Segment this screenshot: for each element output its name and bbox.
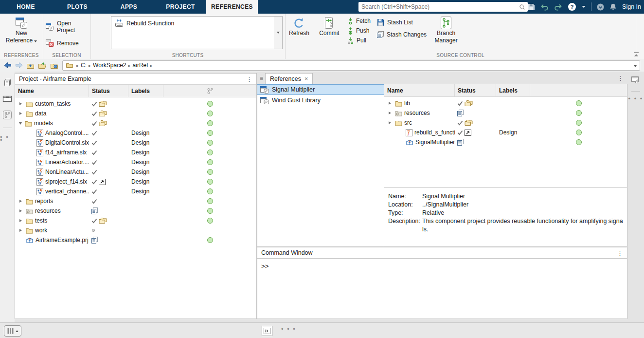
source-control-panel-icon[interactable]: [2, 110, 12, 120]
redo-icon[interactable]: [554, 3, 562, 11]
column-header-name[interactable]: Name: [15, 85, 89, 97]
panel-menu-icon[interactable]: ⋮: [617, 249, 623, 257]
forward-button[interactable]: [15, 62, 23, 69]
table-row[interactable]: reports: [15, 196, 256, 206]
table-row[interactable]: src: [384, 118, 627, 128]
command-prompt[interactable]: >>: [257, 259, 627, 270]
table-row[interactable]: work: [15, 225, 256, 235]
expand-arrow-icon[interactable]: [19, 102, 22, 105]
uptodate-status-icon: [207, 140, 213, 146]
breadcrumb-segment[interactable]: WorkSpace2: [93, 62, 126, 69]
column-header-labels[interactable]: Labels: [496, 84, 530, 96]
table-row[interactable]: models: [15, 118, 256, 128]
shortcuts-listbox[interactable]: Rebuild S-function: [111, 16, 275, 49]
breadcrumb[interactable]: ▸C:▸WorkSpace2▸airRef▸: [62, 60, 640, 71]
search-input[interactable]: [358, 3, 519, 10]
quick-access-dropdown-icon[interactable]: [597, 3, 604, 11]
help-dropdown-icon[interactable]: [582, 6, 586, 8]
command-window[interactable]: >>: [257, 259, 627, 319]
table-row[interactable]: AnalogControl....Design: [15, 128, 256, 138]
table-row[interactable]: slproject_f14.slxDesign: [15, 177, 256, 187]
new-reference-button[interactable]: New Reference: [0, 14, 43, 44]
table-row[interactable]: vertical_channe...Design: [15, 187, 256, 196]
git-status-cell: [163, 237, 256, 243]
table-row[interactable]: data: [15, 109, 256, 118]
ribbon-tab-references[interactable]: REFERENCES: [206, 0, 258, 14]
column-header-labels[interactable]: Labels: [128, 85, 163, 97]
stash-list-button[interactable]: Stash List: [376, 19, 427, 26]
command-window-popout-button[interactable]: [262, 326, 272, 336]
column-header-status[interactable]: Status: [455, 84, 496, 96]
document-menu-icon[interactable]: ⋮: [617, 75, 624, 82]
table-row[interactable]: custom_tasks: [15, 99, 256, 109]
more-panels-icon[interactable]: • • •: [628, 97, 644, 100]
shortcuts-gallery-dropdown[interactable]: [274, 16, 283, 49]
project-panel-icon[interactable]: [2, 94, 12, 102]
pull-button[interactable]: Pull: [347, 37, 371, 44]
table-row[interactable]: resources: [15, 206, 256, 216]
back-button[interactable]: [4, 62, 12, 69]
undo-icon[interactable]: [540, 3, 549, 11]
table-row[interactable]: resources: [384, 108, 627, 118]
expand-arrow-icon[interactable]: [19, 229, 22, 232]
breadcrumb-segment[interactable]: airRef: [133, 62, 148, 69]
panel-menu-icon[interactable]: ⋮: [246, 75, 252, 83]
status-bar: • • •: [0, 322, 644, 338]
column-header-name[interactable]: Name: [384, 84, 455, 96]
open-folder-icon[interactable]: [38, 62, 47, 69]
breadcrumb-segment[interactable]: C:: [81, 62, 87, 69]
expand-arrow-icon[interactable]: [389, 102, 391, 105]
breadcrumb-dropdown-icon[interactable]: [634, 62, 637, 69]
slx-icon: [36, 178, 43, 186]
expand-arrow-icon[interactable]: [19, 209, 22, 212]
refresh-button[interactable]: Refresh: [287, 14, 311, 37]
ribbon-tab-project[interactable]: PROJECT: [155, 0, 206, 14]
shortcut-rebuild-s-function[interactable]: Rebuild S-function: [111, 17, 274, 30]
table-row[interactable]: NonLinearActu...Design: [15, 167, 256, 177]
expand-arrow-icon[interactable]: [389, 112, 391, 114]
ribbon-tab-home[interactable]: HOME: [0, 0, 52, 14]
sign-in-button[interactable]: Sign In: [622, 3, 641, 10]
expand-arrow-icon[interactable]: [389, 121, 391, 124]
collapse-arrow-icon[interactable]: [19, 122, 22, 125]
commit-button[interactable]: Commit: [317, 14, 341, 37]
table-row[interactable]: tests: [15, 216, 256, 225]
layout-button[interactable]: [4, 325, 21, 337]
column-header-git[interactable]: [163, 85, 256, 97]
push-button[interactable]: Push: [347, 27, 371, 35]
expand-arrow-icon[interactable]: [19, 112, 22, 115]
table-row[interactable]: frebuild_s_function...Design: [384, 128, 627, 137]
browse-folder-icon[interactable]: [50, 62, 58, 69]
ribbon-tab-plots[interactable]: PLOTS: [52, 0, 103, 14]
table-row[interactable]: f14_airframe.slxDesign: [15, 148, 256, 157]
table-row[interactable]: SignalMultiplier.prj: [384, 137, 627, 147]
table-row[interactable]: lib: [384, 98, 627, 108]
reference-item[interactable]: Wind Gust Library: [257, 95, 384, 106]
more-tools-icon[interactable]: • • •: [281, 328, 296, 331]
up-one-level-icon[interactable]: [26, 62, 35, 69]
table-row[interactable]: DigitalControl.slxDesign: [15, 138, 256, 148]
expand-arrow-icon[interactable]: [19, 219, 22, 222]
help-icon[interactable]: ?: [568, 2, 576, 11]
table-row[interactable]: AirframeExample.prj: [15, 235, 256, 245]
global-search[interactable]: [358, 2, 528, 12]
save-icon[interactable]: [528, 3, 535, 11]
table-row[interactable]: LinearActuator....Design: [15, 157, 256, 167]
tab-references[interactable]: References ×: [265, 73, 313, 84]
more-panels-icon[interactable]: • • •: [0, 136, 15, 142]
branch-manager-button[interactable]: Branch Manager: [432, 14, 460, 44]
fetch-button[interactable]: Fetch: [347, 17, 371, 25]
collapse-ribbon-button[interactable]: [633, 52, 639, 57]
expand-arrow-icon[interactable]: [19, 200, 22, 203]
stash-changes-button[interactable]: Stash Changes: [376, 31, 427, 38]
remove-button[interactable]: Remove: [45, 39, 90, 47]
close-tab-icon[interactable]: ×: [304, 75, 308, 82]
column-header-status[interactable]: Status: [89, 85, 128, 97]
notifications-bell-icon[interactable]: [609, 3, 617, 11]
project-checks-panel-icon[interactable]: [630, 75, 641, 85]
files-panel-icon[interactable]: [3, 78, 12, 87]
reference-item[interactable]: Signal Multiplier: [257, 84, 384, 95]
tab-list-icon[interactable]: ≡: [260, 75, 263, 82]
open-project-button[interactable]: Open Project: [45, 20, 90, 34]
ribbon-tab-apps[interactable]: APPS: [103, 0, 155, 14]
